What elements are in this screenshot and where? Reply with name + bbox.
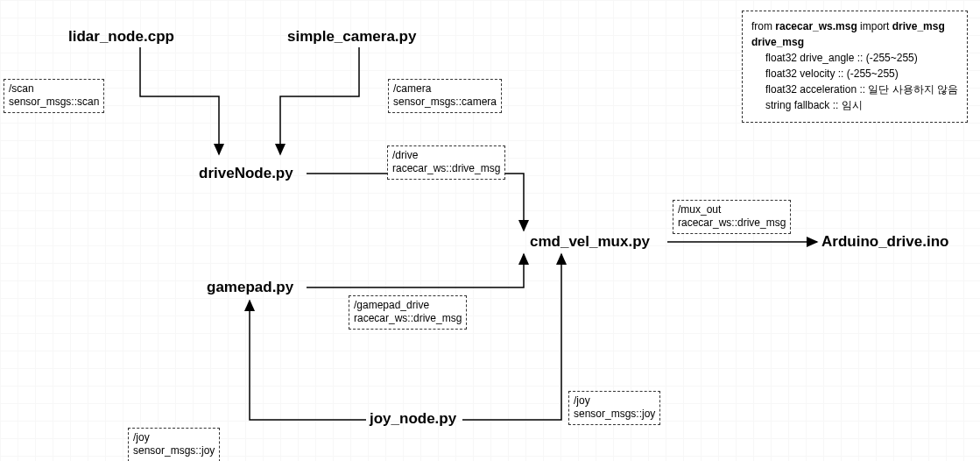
pkg-name: racecar_ws.msg	[775, 20, 857, 32]
topic-type: sensor_msgs::joy	[133, 444, 215, 457]
node-joy: joy_node.py	[370, 410, 456, 428]
node-arduino: Arduino_drive.ino	[821, 233, 948, 251]
topic-mux-out: /mux_out racecar_ws::drive_msg	[673, 200, 791, 234]
topic-type: racecar_ws::drive_msg	[678, 216, 786, 230]
topic-name: /gamepad_drive	[354, 299, 462, 312]
topic-type: racecar_ws::drive_msg	[392, 162, 500, 175]
node-camera: simple_camera.py	[287, 28, 416, 46]
topic-name: /joy	[133, 431, 215, 444]
msg-definition-box: from racecar_ws.msg import drive_msg dri…	[742, 11, 968, 123]
topic-type: sensor_msgs::camera	[393, 96, 497, 109]
field-acceleration: float32 acceleration :: 일단 사용하지 않음	[751, 82, 958, 97]
node-drive: driveNode.py	[199, 165, 293, 182]
field-velocity: float32 velocity :: (-255~255)	[751, 66, 958, 82]
node-gamepad: gamepad.py	[207, 279, 293, 296]
topic-name: /camera	[393, 82, 497, 96]
topic-type: sensor_msgs::joy	[574, 408, 655, 421]
kw-from: from	[751, 20, 775, 32]
topic-name: /mux_out	[678, 203, 786, 216]
topic-name: /drive	[392, 149, 500, 162]
node-lidar: lidar_node.cpp	[68, 28, 174, 46]
node-mux: cmd_vel_mux.py	[530, 233, 650, 251]
type-name: drive_msg	[751, 34, 958, 50]
topic-joy-left: /joy sensor_msgs::joy	[128, 428, 220, 461]
topic-joy-right: /joy sensor_msgs::joy	[568, 391, 660, 425]
topic-name: /joy	[574, 394, 655, 408]
field-fallback: string fallback :: 임시	[751, 97, 958, 113]
field-drive-angle: float32 drive_angle :: (-255~255)	[751, 50, 958, 66]
topic-camera: /camera sensor_msgs::camera	[388, 79, 502, 113]
topic-scan: /scan sensor_msgs::scan	[4, 79, 104, 113]
topic-gamepad-drive: /gamepad_drive racecar_ws::drive_msg	[349, 295, 467, 330]
msg-name: drive_msg	[892, 20, 945, 32]
import-line: from racecar_ws.msg import drive_msg	[751, 18, 958, 34]
topic-type: sensor_msgs::scan	[9, 96, 99, 109]
kw-import: import	[857, 20, 892, 32]
topic-type: racecar_ws::drive_msg	[354, 312, 462, 325]
topic-name: /scan	[9, 82, 99, 96]
topic-drive: /drive racecar_ws::drive_msg	[387, 145, 505, 180]
